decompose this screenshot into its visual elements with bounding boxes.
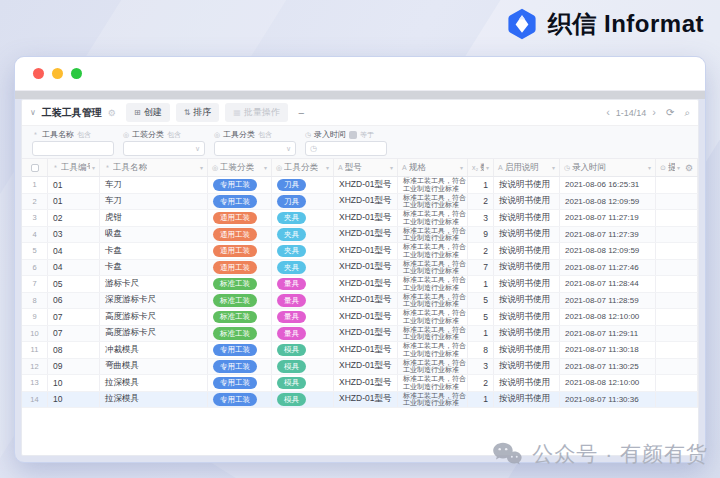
cell-tooling-category: 标准工装 <box>208 326 272 342</box>
tooling-category-pill: 专用工装 <box>213 344 257 357</box>
filter-tool-category: ◎ 工具分类 包含 ∨ <box>214 129 296 156</box>
create-label: 创建 <box>144 106 162 119</box>
cell-spec: 标准工装工具，符合工业制造行业标准 <box>398 326 468 342</box>
cell-tool-code: 04 <box>48 260 100 276</box>
prev-page-button[interactable]: ‹ <box>606 107 610 118</box>
cell-spec: 标准工装工具，符合工业制造行业标准 <box>398 194 468 210</box>
maximize-window-dot[interactable] <box>71 68 82 79</box>
tool-category-filter-select[interactable]: ∨ <box>214 141 296 156</box>
cell-spec: 标准工装工具，符合工业制造行业标准 <box>398 359 468 375</box>
cell-tool-category: 夹具 <box>272 260 334 276</box>
spec-line-1: 标准工装工具，符合 <box>403 276 466 284</box>
table-row[interactable]: 806深度游标卡尺标准工装量具XHZD-01型号标准工装工具，符合工业制造行业标… <box>22 293 698 310</box>
column-header[interactable]: ◎工具分类▾ <box>272 159 334 176</box>
sort-caret-icon[interactable]: ▾ <box>390 164 393 171</box>
cell-model: XHZD-01型号 <box>334 260 398 276</box>
page-info: 1-14/14 <box>616 108 647 118</box>
batch-actions-button[interactable]: ▦ 批量操作 <box>225 103 288 122</box>
more-actions-button[interactable]: − <box>294 107 308 119</box>
table-row[interactable]: 1410拉深模具专用工装模具XHZD-01型号标准工装工具，符合工业制造行业标准… <box>22 392 698 409</box>
cell-quantity: 5 <box>468 293 494 309</box>
tooling-category-filter-select[interactable]: ∨ <box>123 141 205 156</box>
column-header[interactable]: ＊工具编号▾ <box>48 159 100 176</box>
cell-tool-category: 量具 <box>272 309 334 325</box>
tooling-category-pill: 标准工装 <box>213 311 257 324</box>
filter-tool-category-label: ◎ 工具分类 包含 <box>214 129 296 140</box>
table-row[interactable]: 604卡盘通用工装夹具XHZD-01型号标准工装工具，符合工业制造行业标准7按说… <box>22 260 698 277</box>
cell-tooling-category: 专用工装 <box>208 359 272 375</box>
view-settings-icon[interactable]: ⚙ <box>108 108 116 118</box>
table-row[interactable]: 1209弯曲模具专用工装模具XHZD-01型号标准工装工具，符合工业制造行业标准… <box>22 359 698 376</box>
cell-tool-category: 刀具 <box>272 177 334 193</box>
next-page-button[interactable]: › <box>652 107 656 118</box>
filter-tooling-category-label: ◎ 工装分类 包含 <box>123 129 205 140</box>
column-header[interactable]: ◎工装分类▾ <box>208 159 272 176</box>
sort-button[interactable]: ⇅ 排序 <box>176 103 220 122</box>
spec-line-1: 标准工装工具，符合 <box>403 227 466 235</box>
sort-caret-icon[interactable]: ▾ <box>326 164 329 171</box>
cell-entry-time: 2021-08-08 12:09:59 <box>560 194 656 210</box>
tooling-category-pill: 标准工装 <box>213 327 257 340</box>
cell-submitter <box>656 342 698 358</box>
search-icon[interactable]: ⌕ <box>684 107 690 119</box>
cell-tool-name: 高度游标卡尺 <box>100 309 208 325</box>
row-number-cell: 13 <box>22 375 48 391</box>
table-row[interactable]: 1310拉深模具专用工装模具XHZD-01型号标准工装工具，符合工业制造行业标准… <box>22 375 698 392</box>
column-header[interactable]: A规格▾ <box>398 159 468 176</box>
column-header[interactable]: A型号▾ <box>334 159 398 176</box>
cell-submitter <box>656 194 698 210</box>
cell-usage-note: 按说明书使用 <box>494 177 560 193</box>
date-grain-badge <box>349 131 357 139</box>
field-type-icon: ＊ <box>52 163 59 173</box>
cell-tool-code: 10 <box>48 375 100 391</box>
cell-tool-category: 刀具 <box>272 194 334 210</box>
column-header[interactable]: ◷录入时间▾ <box>560 159 656 176</box>
cell-model: XHZD-01型号 <box>334 276 398 292</box>
collapse-chevron-icon[interactable]: ∨ <box>30 108 36 117</box>
sort-caret-icon[interactable]: ▾ <box>648 164 651 171</box>
sort-caret-icon[interactable]: ▾ <box>92 164 95 171</box>
entry-time-filter-input[interactable]: ◷ <box>305 141 387 156</box>
sort-caret-icon[interactable]: ▾ <box>460 164 463 171</box>
table-row[interactable]: 1108冲裁模具专用工装模具XHZD-01型号标准工装工具，符合工业制造行业标准… <box>22 342 698 359</box>
cell-entry-time: 2021-08-07 11:27:19 <box>560 210 656 226</box>
cell-tool-category: 模具 <box>272 392 334 408</box>
column-settings-icon[interactable]: ⚙ <box>685 163 693 173</box>
cell-submitter <box>656 359 698 375</box>
column-header[interactable]: A启用说明▾ <box>494 159 560 176</box>
column-label: 数量 <box>480 162 484 174</box>
close-window-dot[interactable] <box>33 68 44 79</box>
select-all-checkbox[interactable] <box>31 164 39 172</box>
sort-caret-icon[interactable]: ▾ <box>677 164 680 171</box>
sort-caret-icon[interactable]: ▾ <box>264 164 267 171</box>
sort-caret-icon[interactable]: ▾ <box>486 164 489 171</box>
table-row[interactable]: 201车刀专用工装刀具XHZD-01型号标准工装工具，符合工业制造行业标准2按说… <box>22 194 698 211</box>
table-row[interactable]: 504卡盘通用工装夹具XHZD-01型号标准工装工具，符合工业制造行业标准2按说… <box>22 243 698 260</box>
column-header[interactable]: ＊工具名称▾ <box>100 159 208 176</box>
sort-caret-icon[interactable]: ▾ <box>200 164 203 171</box>
table-row[interactable]: 1007高度游标卡尺标准工装量具XHZD-01型号标准工装工具，符合工业制造行业… <box>22 326 698 343</box>
refresh-icon[interactable]: ⟳ <box>666 107 674 118</box>
table-row[interactable]: 907高度游标卡尺标准工装量具XHZD-01型号标准工装工具，符合工业制造行业标… <box>22 309 698 326</box>
create-button[interactable]: ⊞ 创建 <box>126 103 170 122</box>
cell-tool-name: 拉深模具 <box>100 392 208 408</box>
column-header[interactable]: ⊙提交者▾⚙ <box>656 159 698 176</box>
cell-tool-category: 量具 <box>272 326 334 342</box>
minimize-window-dot[interactable] <box>52 68 63 79</box>
table-row[interactable]: 403吸盘通用工装夹具XHZD-01型号标准工装工具，符合工业制造行业标准9按说… <box>22 227 698 244</box>
tool-name-filter-input[interactable] <box>32 141 114 156</box>
tool-category-pill: 模具 <box>277 377 306 390</box>
cell-tool-name: 高度游标卡尺 <box>100 326 208 342</box>
cell-tool-name: 弯曲模具 <box>100 359 208 375</box>
table-row[interactable]: 705游标卡尺标准工装量具XHZD-01型号标准工装工具，符合工业制造行业标准1… <box>22 276 698 293</box>
spec-line-2: 工业制造行业标准 <box>403 185 459 193</box>
brand-name: 织信 Informat <box>548 8 704 40</box>
tooling-category-pill: 通用工装 <box>213 228 257 241</box>
table-row[interactable]: 302虎钳通用工装夹具XHZD-01型号标准工装工具，符合工业制造行业标准3按说… <box>22 210 698 227</box>
page-background: 织信 Informat ∨ 工装工具管理 ⚙ ⊞ 创建 ⇅ 排序 <box>0 0 720 478</box>
table-row[interactable]: 101车刀专用工装刀具XHZD-01型号标准工装工具，符合工业制造行业标准1按说… <box>22 177 698 194</box>
row-number-cell: 14 <box>22 392 48 408</box>
sort-caret-icon[interactable]: ▾ <box>552 164 555 171</box>
column-header[interactable]: x₂数量▾ <box>468 159 494 176</box>
tool-category-pill: 夹具 <box>277 261 306 274</box>
